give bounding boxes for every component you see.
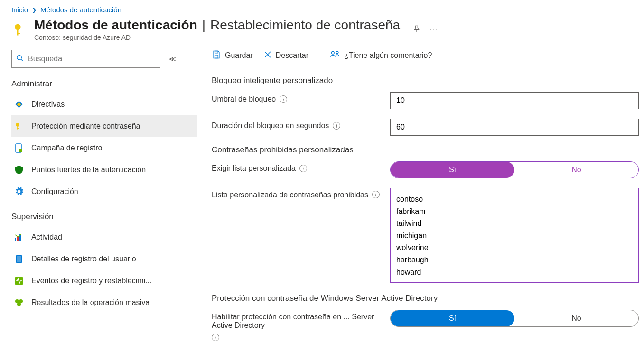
lockout-duration-input[interactable] bbox=[390, 119, 639, 136]
info-icon[interactable]: i bbox=[280, 95, 287, 103]
bulk-icon bbox=[13, 299, 25, 306]
search-icon bbox=[16, 55, 24, 64]
toggle-yes[interactable]: Sí bbox=[391, 162, 514, 178]
enable-onprem-label: Habilitar protección con contraseña en .… bbox=[212, 310, 390, 341]
svg-point-26 bbox=[332, 52, 335, 55]
section-smart-lockout: Bloqueo inteligente personalizado bbox=[212, 76, 639, 85]
nav-heading-monitoring: Supervisión bbox=[11, 209, 197, 226]
content: Guardar Descartar ¿Tiene algún comentari… bbox=[197, 50, 639, 351]
lockout-threshold-input[interactable] bbox=[390, 92, 639, 109]
key-icon bbox=[11, 21, 28, 37]
command-bar: Guardar Descartar ¿Tiene algún comentari… bbox=[212, 50, 639, 67]
svg-point-0 bbox=[15, 24, 21, 30]
toggle-yes[interactable]: Sí bbox=[391, 310, 514, 326]
nav-heading-manage: Administrar bbox=[11, 76, 197, 93]
page-title-row: Métodos de autenticación | Restablecimie… bbox=[11, 18, 636, 41]
custom-banned-list-label: Lista personalizada de contraseñas prohi… bbox=[212, 188, 390, 199]
breadcrumb: Inicio ❯ Métodos de autenticación bbox=[11, 6, 636, 14]
svg-rect-23 bbox=[215, 55, 218, 58]
collapse-sidebar-icon[interactable]: ≪ bbox=[169, 55, 176, 63]
sidebar-item-password-protection[interactable]: Protección mediante contraseña bbox=[11, 115, 197, 137]
more-icon[interactable]: ··· bbox=[429, 26, 438, 33]
toggle-no[interactable]: No bbox=[514, 310, 638, 326]
sidebar-item-label: Puntos fuertes de la autenticación bbox=[31, 166, 146, 174]
page-title-main: Métodos de autenticación bbox=[34, 18, 197, 33]
enforce-custom-list-label: Exigir lista personalizada i bbox=[212, 161, 390, 173]
sidebar-item-settings[interactable]: Configuración bbox=[11, 181, 197, 203]
sidebar-item-registration-events[interactable]: Eventos de registro y restablecimi... bbox=[11, 270, 197, 292]
close-icon bbox=[263, 50, 272, 61]
svg-rect-2 bbox=[17, 33, 20, 35]
page-title: Métodos de autenticación | Restablecimie… bbox=[34, 18, 400, 33]
chevron-right-icon: ❯ bbox=[32, 7, 37, 13]
enforce-custom-list-toggle[interactable]: Sí No bbox=[390, 161, 639, 178]
breadcrumb-home[interactable]: Inicio bbox=[11, 6, 28, 14]
sidebar-item-user-registration-details[interactable]: Detalles de registro del usuario bbox=[11, 248, 197, 270]
svg-point-21 bbox=[17, 302, 21, 306]
svg-rect-17 bbox=[17, 256, 21, 262]
pin-icon[interactable] bbox=[412, 25, 421, 35]
separator bbox=[319, 50, 319, 61]
page-title-suffix: Restablecimiento de contraseña bbox=[210, 18, 400, 33]
gear-icon bbox=[13, 187, 25, 196]
section-windows-server-ad: Protección con contraseña de Windows Ser… bbox=[212, 294, 639, 303]
svg-point-12 bbox=[19, 149, 22, 152]
svg-point-4 bbox=[17, 56, 21, 60]
sidebar-item-label: Configuración bbox=[31, 187, 78, 196]
svg-point-8 bbox=[16, 123, 19, 127]
search-input[interactable] bbox=[11, 50, 160, 68]
toggle-no[interactable]: No bbox=[514, 162, 638, 178]
sidebar-item-bulk-operation-results[interactable]: Resultados de la operación masiva bbox=[11, 292, 197, 314]
feedback-button[interactable]: ¿Tiene algún comentario? bbox=[330, 50, 432, 61]
key-icon bbox=[13, 122, 25, 130]
enable-onprem-toggle[interactable]: Sí No bbox=[390, 310, 639, 327]
policy-icon bbox=[13, 100, 25, 109]
sidebar-item-label: Detalles de registro del usuario bbox=[31, 255, 136, 263]
svg-point-27 bbox=[336, 51, 338, 54]
custom-banned-list-textarea[interactable] bbox=[390, 188, 639, 283]
svg-rect-10 bbox=[17, 128, 19, 129]
save-button[interactable]: Guardar bbox=[212, 50, 253, 61]
search-box bbox=[11, 50, 160, 68]
sidebar-item-activity[interactable]: Actividad bbox=[11, 226, 197, 248]
save-icon bbox=[212, 50, 221, 61]
info-icon[interactable]: i bbox=[299, 165, 307, 172]
shield-icon bbox=[13, 165, 25, 175]
sidebar-item-label: Directivas bbox=[31, 100, 65, 109]
svg-rect-9 bbox=[17, 126, 18, 130]
lockout-threshold-label: Umbral de bloqueo i bbox=[212, 92, 390, 103]
feedback-label: ¿Tiene algún comentario? bbox=[344, 51, 432, 60]
lockout-duration-label: Duración del bloqueo en segundos i bbox=[212, 119, 390, 130]
svg-rect-1 bbox=[17, 29, 19, 36]
save-label: Guardar bbox=[225, 51, 253, 60]
pulse-icon bbox=[13, 277, 25, 285]
sidebar-item-label: Campaña de registro bbox=[31, 144, 102, 152]
sidebar-item-label: Eventos de registro y restablecimi... bbox=[31, 277, 151, 285]
page-subtitle: Contoso: seguridad de Azure AD bbox=[34, 34, 400, 41]
feedback-icon bbox=[330, 50, 340, 61]
breadcrumb-current[interactable]: Métodos de autenticación bbox=[40, 6, 121, 14]
svg-rect-22 bbox=[215, 51, 218, 53]
info-icon[interactable]: i bbox=[333, 122, 340, 130]
sidebar-item-policies[interactable]: Directivas bbox=[11, 93, 197, 115]
phone-icon bbox=[13, 143, 25, 153]
sidebar-item-label: Resultados de la operación masiva bbox=[31, 298, 149, 307]
discard-label: Descartar bbox=[276, 51, 308, 60]
book-icon bbox=[13, 255, 25, 263]
svg-rect-13 bbox=[15, 238, 16, 241]
sidebar-item-label: Protección mediante contraseña bbox=[31, 122, 140, 130]
sidebar-item-registration-campaign[interactable]: Campaña de registro bbox=[11, 137, 197, 159]
section-banned-passwords: Contraseñas prohibidas personalizadas bbox=[212, 145, 639, 155]
discard-button[interactable]: Descartar bbox=[263, 50, 308, 61]
info-icon[interactable]: i bbox=[372, 191, 380, 198]
sidebar-item-auth-strengths[interactable]: Puntos fuertes de la autenticación bbox=[11, 159, 197, 181]
info-icon[interactable]: i bbox=[212, 334, 219, 341]
chart-icon bbox=[13, 233, 25, 241]
svg-line-5 bbox=[21, 59, 23, 61]
sidebar: ≪ Administrar Directivas Protección medi… bbox=[11, 50, 197, 351]
sidebar-item-label: Actividad bbox=[31, 233, 62, 241]
